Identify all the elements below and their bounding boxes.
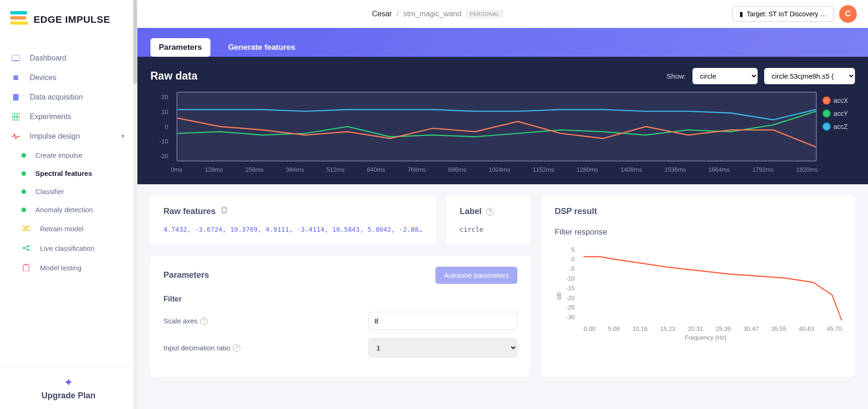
- star-icon: ✦: [8, 376, 129, 389]
- class-select[interactable]: circle: [692, 68, 758, 84]
- chevron-down-icon: ▼: [120, 133, 126, 140]
- plan-badge: PERSONAL: [466, 10, 503, 18]
- parameters-card: Parameters Autotune parameters Filter Sc…: [150, 255, 530, 377]
- legend-accz[interactable]: accZ: [822, 122, 855, 131]
- dsp-y-axis: 50-5-10-15-20-25-30: [566, 246, 575, 321]
- decimation-label: Input decimation ratio?: [163, 344, 359, 352]
- user-avatar[interactable]: C: [839, 5, 857, 23]
- chip-icon: ▮: [739, 10, 743, 18]
- chip-icon: [11, 73, 20, 82]
- topbar: Cesar / stm_magic_wand PERSONAL ▮ Target…: [137, 0, 868, 28]
- filter-response-chart[interactable]: [583, 246, 842, 321]
- database-icon: [11, 93, 20, 102]
- svg-point-10: [27, 249, 29, 251]
- autotune-button[interactable]: Autotune parameters: [435, 267, 517, 284]
- tab-bar: Parameters Generate features: [137, 28, 868, 57]
- sidebar-item-label: Dashboard: [30, 54, 66, 62]
- sidebar-item-anomaly[interactable]: Anomaly detection: [10, 201, 137, 219]
- raw-x-axis: 0ms128ms256ms384ms512ms640ms768ms896ms10…: [150, 161, 818, 173]
- sidebar-item-create-impulse[interactable]: Create impulse: [10, 146, 137, 164]
- sidebar-item-label: Data acquisition: [30, 93, 83, 101]
- sidebar-item-liveclass[interactable]: Live classification: [10, 238, 137, 258]
- target-button[interactable]: ▮ Target: ST IoT Discovery …: [732, 6, 834, 22]
- svg-rect-2: [14, 75, 18, 80]
- sidebar-item-data[interactable]: Data acquisition: [0, 87, 137, 107]
- legend-dot-icon: [822, 122, 831, 131]
- sidebar-item-label: Devices: [30, 74, 56, 82]
- help-icon[interactable]: ?: [486, 208, 494, 215]
- help-icon[interactable]: ?: [200, 317, 208, 325]
- scale-axes-input[interactable]: [368, 312, 517, 330]
- sidebar-item-label: Spectral features: [35, 169, 92, 177]
- copy-icon[interactable]: [220, 207, 228, 216]
- breadcrumb-user[interactable]: Cesar: [372, 10, 392, 18]
- svg-rect-11: [23, 265, 29, 271]
- sidebar: EDGE IMPULSE Dashboard Devices Data acqu…: [0, 0, 137, 409]
- breadcrumb-project[interactable]: stm_magic_wand: [403, 10, 461, 18]
- clipboard-icon: [21, 263, 31, 272]
- sample-select[interactable]: circle.53cjme8h.s5 (: [764, 68, 855, 84]
- monitor-icon: [11, 54, 20, 63]
- sidebar-item-experiments[interactable]: Experiments: [0, 107, 137, 127]
- svg-point-8: [23, 247, 25, 249]
- scale-axes-label: Scale axes?: [163, 317, 359, 325]
- nav: Dashboard Devices Data acquisition Exper…: [0, 39, 137, 367]
- svg-rect-12: [25, 264, 27, 265]
- help-icon[interactable]: ?: [233, 344, 240, 352]
- sidebar-item-impulse[interactable]: Impulse design ▼: [0, 127, 137, 146]
- raw-legend: accX accY accZ: [822, 92, 855, 161]
- upgrade-button[interactable]: ✦ Upgrade Plan: [0, 367, 137, 409]
- filter-response-title: Filter response: [555, 228, 842, 237]
- logo-icon: [10, 11, 29, 28]
- logo[interactable]: EDGE IMPULSE: [0, 0, 137, 39]
- branch-icon: [21, 243, 31, 253]
- legend-accy[interactable]: accY: [822, 109, 855, 118]
- grid-icon: [11, 112, 20, 121]
- pulse-icon: [11, 132, 20, 141]
- sidebar-item-devices[interactable]: Devices: [0, 68, 137, 87]
- scrollbar[interactable]: [133, 0, 137, 409]
- status-dot-icon: [21, 189, 26, 194]
- shuffle-icon: [21, 224, 31, 233]
- sidebar-item-label: Impulse design: [30, 132, 80, 141]
- svg-point-9: [27, 245, 29, 247]
- show-label: Show:: [666, 72, 686, 80]
- legend-accx[interactable]: accX: [822, 96, 855, 105]
- sidebar-item-label: Anomaly detection: [35, 206, 93, 214]
- sidebar-item-label: Create impulse: [35, 151, 82, 159]
- sidebar-item-classifier[interactable]: Classifier: [10, 182, 137, 201]
- sidebar-item-label: Retrain model: [40, 225, 83, 233]
- filter-section-heading: Filter: [163, 295, 517, 303]
- raw-data-panel: Raw data Show: circle circle.53cjme8h.s5…: [137, 57, 868, 184]
- legend-dot-icon: [822, 96, 831, 105]
- raw-features-data: 4.7432, -3.6724, 10.3769, 4.9111, -3.411…: [163, 226, 422, 233]
- decimation-select[interactable]: 1: [368, 338, 517, 357]
- tab-generate-features[interactable]: Generate features: [220, 38, 304, 57]
- dsp-x-axis: 0.005.0810.1615.2320.3125.3930.4735.5540…: [583, 325, 842, 332]
- raw-features-title: Raw features: [163, 207, 216, 216]
- sidebar-item-dashboard[interactable]: Dashboard: [0, 48, 137, 68]
- dsp-result-card: DSP result Filter response dB 50-5-10-15…: [542, 195, 855, 377]
- legend-dot-icon: [822, 109, 831, 118]
- dsp-y-axis-label: dB: [556, 293, 563, 300]
- breadcrumb-sep: /: [397, 10, 399, 18]
- sidebar-item-label: Classifier: [35, 188, 64, 195]
- upgrade-label: Upgrade Plan: [8, 391, 129, 401]
- breadcrumb: Cesar / stm_magic_wand PERSONAL: [149, 10, 727, 18]
- sidebar-item-label: Experiments: [30, 113, 71, 121]
- tab-parameters[interactable]: Parameters: [150, 38, 210, 57]
- brand-text: EDGE IMPULSE: [34, 14, 110, 25]
- sidebar-item-label: Live classification: [40, 244, 95, 252]
- params-title: Parameters: [163, 270, 209, 280]
- status-dot-icon: [21, 153, 26, 158]
- sidebar-item-testing[interactable]: Model testing: [10, 258, 137, 277]
- raw-y-axis: 20100-10-20: [150, 92, 171, 161]
- svg-rect-0: [12, 55, 20, 60]
- dsp-title: DSP result: [555, 207, 842, 216]
- sidebar-item-spectral[interactable]: Spectral features: [10, 164, 137, 182]
- sidebar-item-retrain[interactable]: Retrain model: [10, 219, 137, 238]
- raw-data-title: Raw data: [150, 70, 660, 82]
- status-dot-icon: [21, 171, 26, 176]
- nav-subgroup: Create impulse Spectral features Classif…: [0, 146, 137, 277]
- raw-data-chart[interactable]: [176, 92, 817, 161]
